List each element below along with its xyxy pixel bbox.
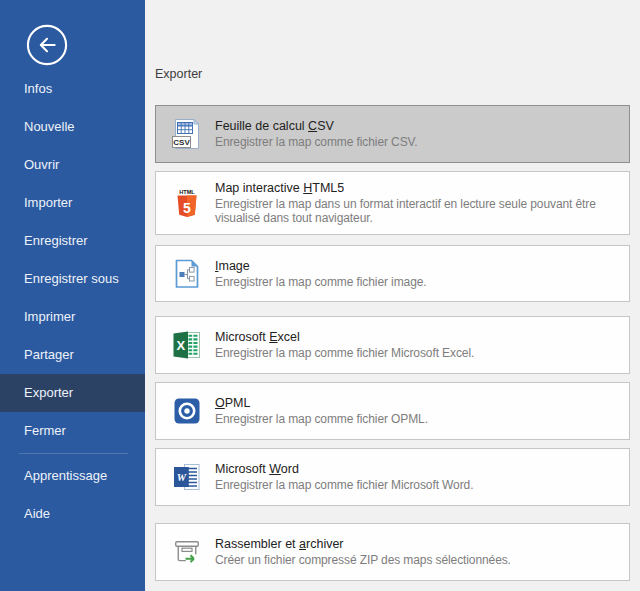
title-accel: a: [299, 537, 306, 551]
title-post: SV: [317, 119, 334, 133]
sidebar-item-enregistrer-sous[interactable]: Enregistrer sous: [0, 260, 145, 298]
export-option-opml[interactable]: OPML Enregistrer la map comme fichier OP…: [155, 382, 630, 440]
image-file-icon: [171, 258, 203, 290]
sidebar-item-partager[interactable]: Partager: [0, 336, 145, 374]
sidebar-item-enregistrer[interactable]: Enregistrer: [0, 222, 145, 260]
title-pre: Microsoft: [215, 462, 269, 476]
export-option-csv[interactable]: CSV Feuille de calcul CSV Enregistrer la…: [155, 105, 630, 163]
sidebar-item-infos[interactable]: Infos: [0, 70, 145, 108]
export-option-title: Image: [215, 259, 427, 273]
title-pre: Rassembler et: [215, 537, 299, 551]
sidebar-item-nouvelle[interactable]: Nouvelle: [0, 108, 145, 146]
sidebar-menu: Infos Nouvelle Ouvrir Importer Enregistr…: [0, 70, 145, 533]
back-arrow-icon: [26, 52, 68, 69]
title-pre: Microsoft: [215, 330, 269, 344]
export-option-word[interactable]: W Microsoft Word Enregistrer la map comm…: [155, 448, 630, 506]
sidebar-item-fermer[interactable]: Fermer: [0, 412, 145, 450]
excel-icon: X: [171, 329, 203, 361]
title-accel: C: [308, 119, 317, 133]
export-option-description: Créer un fichier compressé ZIP des maps …: [215, 553, 511, 567]
title-accel: E: [269, 330, 277, 344]
page-title: Exporter: [155, 67, 202, 81]
back-button[interactable]: [26, 24, 68, 66]
export-option-html5[interactable]: HTML 5 Map interactive HTML5 Enregistrer…: [155, 171, 630, 235]
export-option-archive[interactable]: Rassembler et archiver Créer un fichier …: [155, 523, 630, 581]
backstage-sidebar: Infos Nouvelle Ouvrir Importer Enregistr…: [0, 0, 145, 591]
export-option-description: Enregistrer la map comme fichier OPML.: [215, 412, 428, 426]
title-post: xcel: [278, 330, 300, 344]
title-accel: H: [303, 181, 312, 195]
export-option-description: Enregistrer la map comme fichier CSV.: [215, 135, 418, 149]
svg-text:X: X: [176, 338, 185, 353]
sidebar-item-aide[interactable]: Aide: [0, 495, 145, 533]
archive-box-icon: [171, 536, 203, 568]
export-option-description: Enregistrer la map dans un format intera…: [215, 197, 621, 225]
svg-text:5: 5: [183, 200, 191, 216]
sidebar-divider: [19, 453, 128, 454]
title-post: ord: [281, 462, 299, 476]
title-post: rchiver: [306, 537, 344, 551]
export-option-title: Map interactive HTML5: [215, 181, 621, 195]
sidebar-item-imprimer[interactable]: Imprimer: [0, 298, 145, 336]
sidebar-item-ouvrir[interactable]: Ouvrir: [0, 146, 145, 184]
export-option-title: Microsoft Excel: [215, 330, 474, 344]
export-option-image[interactable]: Image Enregistrer la map comme fichier i…: [155, 245, 630, 302]
export-option-title: Rassembler et archiver: [215, 537, 511, 551]
export-option-description: Enregistrer la map comme fichier Microso…: [215, 346, 474, 360]
export-option-title: Feuille de calcul CSV: [215, 119, 418, 133]
title-post: PML: [225, 396, 251, 410]
title-accel: O: [215, 396, 225, 410]
export-option-title: OPML: [215, 396, 428, 410]
csv-file-icon: CSV: [171, 118, 203, 150]
html5-icon: HTML 5: [171, 187, 203, 219]
svg-text:W: W: [177, 472, 187, 483]
opml-icon: [171, 395, 203, 427]
word-icon: W: [171, 461, 203, 493]
export-panel: Exporter CSV Feuille de calcul CSV Enreg…: [145, 0, 640, 591]
svg-text:CSV: CSV: [173, 138, 190, 147]
sidebar-item-importer[interactable]: Importer: [0, 184, 145, 222]
title-post: mage: [218, 259, 249, 273]
sidebar-item-exporter[interactable]: Exporter: [0, 374, 145, 412]
export-options-list: CSV Feuille de calcul CSV Enregistrer la…: [155, 105, 630, 581]
export-option-description: Enregistrer la map comme fichier image.: [215, 275, 427, 289]
svg-text:HTML: HTML: [179, 189, 195, 195]
title-pre: Feuille de calcul: [215, 119, 308, 133]
export-option-description: Enregistrer la map comme fichier Microso…: [215, 478, 473, 492]
title-accel: W: [269, 462, 281, 476]
sidebar-item-apprentissage[interactable]: Apprentissage: [0, 457, 145, 495]
export-option-title: Microsoft Word: [215, 462, 473, 476]
title-pre: Map interactive: [215, 181, 303, 195]
title-post: TML5: [312, 181, 344, 195]
export-option-excel[interactable]: X Microsoft Excel Enregistrer la map com…: [155, 316, 630, 374]
